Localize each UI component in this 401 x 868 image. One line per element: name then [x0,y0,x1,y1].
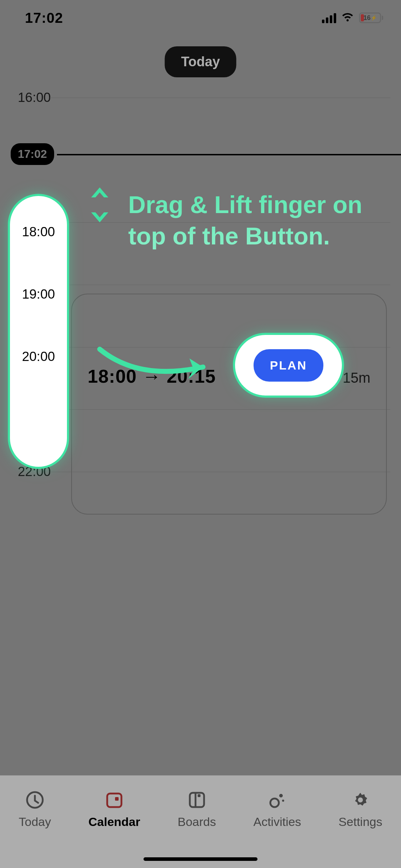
tab-boards[interactable]: Boards [178,790,216,829]
tab-bar: Today Calendar Boards Activities Setting… [0,775,401,868]
activities-icon [267,790,287,810]
hour-label: 22:00 [18,464,51,479]
select-hour-label: 18:00 [10,224,67,239]
cellular-signal-icon [322,12,336,23]
plan-button[interactable]: PLAN [254,349,324,382]
status-icons: 16⚡ [322,12,383,23]
charging-bolt-icon: ⚡ [371,15,377,21]
svg-rect-2 [115,797,119,801]
hour-row: 16:00 [0,98,401,98]
drag-vertical-icon [85,185,114,224]
battery-percent: 16 [363,14,370,22]
tab-label: Today [19,815,51,829]
now-time-badge: 17:02 [11,143,54,165]
wifi-icon [341,13,354,23]
status-time: 17:02 [25,10,63,26]
tab-calendar[interactable]: Calendar [88,790,140,829]
select-hour-label: 19:00 [10,287,67,302]
app-screen: 16:00 18:00 19:00 20:00 21:00 22:00 17:0… [0,0,401,868]
svg-point-9 [358,797,363,802]
home-indicator[interactable] [144,857,257,861]
today-pill[interactable]: Today [165,46,236,77]
svg-rect-1 [107,794,121,807]
plan-button-highlight: PLAN [235,335,342,396]
gear-icon [350,790,370,810]
svg-point-8 [282,800,284,802]
time-selection-handle[interactable]: 18:00 19:00 20:00 [10,196,67,467]
hour-line [50,285,390,285]
svg-rect-5 [198,794,200,797]
battery-icon: 16⚡ [359,12,383,23]
tab-activities[interactable]: Activities [253,790,301,829]
select-hour-label: 20:00 [10,349,67,364]
tab-label: Settings [339,815,382,829]
hour-label: 16:00 [18,90,51,105]
tutorial-arrow-icon [96,342,221,385]
svg-rect-3 [190,793,204,807]
boards-icon [187,790,207,810]
tab-label: Calendar [88,815,140,829]
svg-point-7 [279,794,283,797]
tab-label: Activities [253,815,301,829]
tab-settings[interactable]: Settings [339,790,382,829]
clock-icon [25,790,45,810]
event-card[interactable]: 18:00 → 20:15 2h 15m [71,294,387,515]
tutorial-hint-text: Drag & Lift finger on top of the Button. [128,189,380,252]
tab-label: Boards [178,815,216,829]
status-bar: 17:02 16⚡ [0,0,401,36]
tab-today[interactable]: Today [19,790,51,829]
hour-line [50,98,390,98]
now-line [57,154,401,155]
calendar-icon [104,790,124,810]
svg-point-6 [270,799,279,807]
